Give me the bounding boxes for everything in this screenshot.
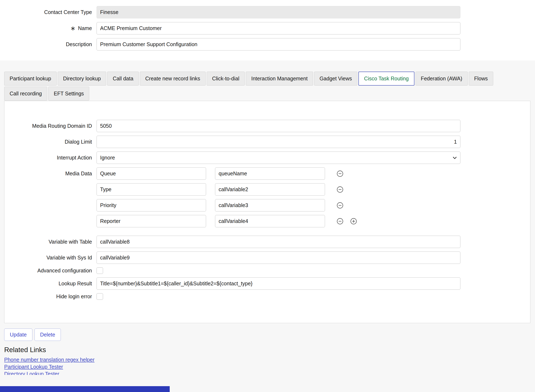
clipped-link-wrapper: Directory Lookup Tester (4, 370, 535, 375)
media-data-value-input[interactable] (215, 183, 325, 196)
media-data-key-input[interactable] (96, 167, 206, 180)
lookup-result-label: Lookup Result (4, 280, 92, 287)
required-marker-icon: ∗ (70, 25, 76, 32)
name-label-text: Name (78, 25, 92, 31)
chevron-down-icon (452, 155, 457, 160)
tab-call-recording[interactable]: Call recording (4, 87, 47, 101)
interrupt-action-select[interactable]: Ignore (96, 152, 460, 164)
hide-login-error-label: Hide login error (4, 294, 92, 299)
cisco-task-routing-panel: Media Routing Domain ID Dialog Limit Int… (4, 101, 530, 323)
hide-login-error-checkbox[interactable] (96, 293, 103, 300)
add-row-icon[interactable] (350, 218, 357, 225)
field-row-variable-with-sys-id: Variable with Sys Id (4, 252, 530, 264)
media-routing-domain-id-label: Media Routing Domain ID (4, 123, 92, 129)
variable-with-table-label: Variable with Table (4, 239, 92, 245)
remove-row-icon[interactable] (337, 186, 343, 193)
link-participant-lookup-tester[interactable]: Participant Lookup Tester (4, 363, 63, 370)
description-input[interactable] (96, 38, 460, 51)
advanced-configuration-label: Advanced configuration (4, 268, 92, 274)
media-data-key-input[interactable] (96, 199, 206, 211)
media-data-label: Media Data (4, 171, 92, 177)
link-directory-lookup-tester[interactable]: Directory Lookup Tester (4, 370, 59, 375)
dialog-limit-input[interactable] (96, 136, 460, 148)
remove-row-icon[interactable] (337, 170, 343, 177)
field-row-lookup-result: Lookup Result (4, 277, 530, 290)
tab-participant-lookup[interactable]: Participant lookup (4, 72, 57, 86)
tab-create-new-record-links[interactable]: Create new record links (140, 72, 206, 86)
remove-row-icon[interactable] (337, 202, 343, 209)
tab-directory-lookup[interactable]: Directory lookup (58, 72, 106, 86)
lookup-result-input[interactable] (96, 277, 460, 290)
tab-cisco-task-routing[interactable]: Cisco Task Routing (358, 72, 414, 86)
media-routing-domain-id-input[interactable] (96, 120, 460, 132)
tab-flows[interactable]: Flows (469, 72, 493, 86)
field-row-interrupt-action: Interrupt Action Ignore (4, 152, 530, 164)
tab-row-2: Call recording EFT Settings (4, 87, 535, 101)
variable-with-sys-id-input[interactable] (96, 252, 460, 264)
related-links-section: Related Links Phone number translation r… (4, 345, 535, 375)
contact-center-type-label: Contact Center Type (0, 9, 92, 15)
form-actions: Update Delete (4, 329, 535, 341)
contact-center-type-input[interactable] (96, 6, 460, 18)
delete-button[interactable]: Delete (34, 329, 61, 341)
variable-with-table-input[interactable] (96, 236, 460, 248)
bottom-bar (0, 386, 170, 392)
name-input[interactable] (96, 22, 460, 34)
media-data-row-2 (4, 183, 530, 196)
tab-federation-awa[interactable]: Federation (AWA) (416, 72, 468, 86)
record-header-form: Contact Center Type ∗ Name Description (0, 0, 535, 61)
dialog-limit-label: Dialog Limit (4, 139, 92, 145)
remove-row-icon[interactable] (337, 218, 343, 225)
tab-gadget-views[interactable]: Gadget Views (314, 72, 357, 86)
media-data-key-input[interactable] (96, 183, 206, 196)
media-data-row-1: Media Data (4, 167, 530, 180)
update-button[interactable]: Update (4, 329, 32, 341)
field-row-advanced-configuration: Advanced configuration (4, 267, 530, 274)
tab-click-to-dial[interactable]: Click-to-dial (207, 72, 245, 86)
related-links-list: Phone number translation regex helper Pa… (4, 356, 535, 375)
media-data-value-input[interactable] (215, 167, 325, 180)
variable-with-sys-id-label: Variable with Sys Id (4, 255, 92, 261)
advanced-configuration-checkbox[interactable] (96, 267, 103, 274)
link-phone-number-translation-regex-helper[interactable]: Phone number translation regex helper (4, 356, 95, 363)
related-links-title: Related Links (4, 345, 535, 354)
media-data-row-4 (4, 215, 530, 227)
media-data-row-3 (4, 199, 530, 211)
field-row-variable-with-table: Variable with Table (4, 236, 530, 248)
field-row-media-routing-domain-id: Media Routing Domain ID (4, 120, 530, 132)
tab-row-1: Participant lookup Directory lookup Call… (4, 72, 535, 86)
media-data-key-input[interactable] (96, 215, 206, 227)
field-row-name: ∗ Name (0, 22, 535, 34)
name-label: ∗ Name (0, 25, 92, 32)
field-row-contact-center-type: Contact Center Type (0, 6, 535, 18)
media-data-value-input[interactable] (215, 199, 325, 211)
description-label: Description (0, 41, 92, 47)
interrupt-action-value: Ignore (100, 155, 115, 161)
tab-interaction-management[interactable]: Interaction Management (246, 72, 313, 86)
tab-eft-settings[interactable]: EFT Settings (48, 87, 89, 101)
interrupt-action-label: Interrupt Action (4, 155, 92, 161)
tab-section: Participant lookup Directory lookup Call… (0, 61, 535, 392)
tab-call-data[interactable]: Call data (107, 72, 139, 86)
field-row-hide-login-error: Hide login error (4, 293, 530, 300)
field-row-description: Description (0, 38, 535, 51)
field-row-dialog-limit: Dialog Limit (4, 136, 530, 148)
media-data-value-input[interactable] (215, 215, 325, 227)
